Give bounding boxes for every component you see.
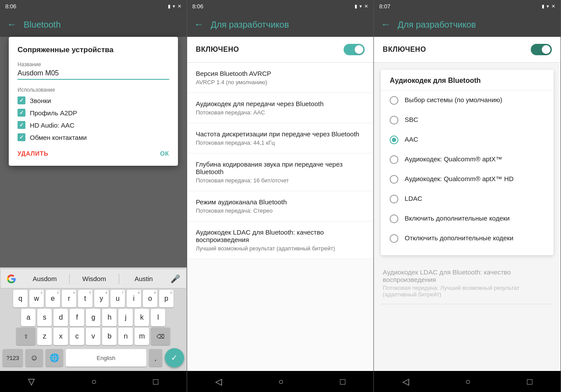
key-f[interactable]: f bbox=[70, 309, 84, 326]
key-o[interactable]: o9 bbox=[143, 290, 157, 307]
key-n[interactable]: n bbox=[118, 328, 133, 345]
checkbox-a2dp[interactable]: Профиль A2DP bbox=[18, 109, 169, 117]
key-r[interactable]: r4 bbox=[62, 290, 76, 307]
checkbox-hd-audio-label: HD Audio: AAC bbox=[30, 121, 75, 129]
top-bar-1: ← Bluetooth bbox=[0, 12, 187, 37]
key-q[interactable]: q bbox=[13, 290, 28, 307]
key-l[interactable]: l bbox=[151, 309, 165, 326]
settings-item-1-sub: Потоковая передача: AAC bbox=[196, 109, 365, 116]
keyboard-bottom-row: ?123 ☺ 🌐 English . ✓ bbox=[1, 346, 186, 369]
key-d[interactable]: d bbox=[53, 309, 68, 326]
radio-item-3[interactable]: Аудиокодек: Qualcomm® aptX™ bbox=[381, 150, 554, 169]
mic-icon[interactable]: 🎤 bbox=[168, 272, 182, 286]
settings-item-1[interactable]: Аудиокодек для передачи через Bluetooth … bbox=[187, 93, 374, 123]
checkbox-hd-audio[interactable]: HD Audio: AAC bbox=[18, 121, 169, 129]
status-icons-3: ▮ ▾ ✕ bbox=[542, 4, 555, 9]
radio-item-2[interactable]: AAC bbox=[381, 130, 554, 150]
key-space[interactable]: English bbox=[66, 349, 146, 367]
status-bar-1: 8:06 ▮ ▾ ✕ bbox=[0, 0, 187, 12]
key-globe[interactable]: 🌐 bbox=[46, 349, 63, 367]
key-c[interactable]: c bbox=[70, 328, 84, 345]
radio-label-6: Включить дополнительные кодеки bbox=[405, 214, 510, 223]
battery-icon-2: ▮ bbox=[355, 4, 357, 9]
key-j[interactable]: j bbox=[118, 309, 133, 326]
settings-item-2-title: Частота дискретизации при передаче через… bbox=[196, 130, 365, 138]
settings-item-2[interactable]: Частота дискретизации при передаче через… bbox=[187, 123, 374, 153]
dialog-actions: УДАЛИТЬ ОК bbox=[18, 150, 169, 157]
key-m[interactable]: m bbox=[135, 328, 149, 345]
key-delete[interactable]: ⌫ bbox=[151, 328, 170, 345]
ok-button[interactable]: ОК bbox=[160, 150, 169, 157]
radio-item-7[interactable]: Отключить дополнительные кодеки bbox=[381, 228, 554, 248]
radio-item-1[interactable]: SBC bbox=[381, 110, 554, 130]
nav-back-2[interactable]: ◁ bbox=[215, 376, 222, 387]
keyboard: Ausdom Wisdom Austin 🎤 q w2 e3 r4 t5 y6 … bbox=[0, 267, 187, 371]
key-a[interactable]: a bbox=[21, 309, 36, 326]
p3-bg-sub-0: Потоковая передача: Лучший возможный рез… bbox=[383, 285, 552, 298]
radio-label-5: LDAC bbox=[405, 194, 422, 203]
suggestion-0[interactable]: Ausdom bbox=[21, 273, 68, 284]
key-v[interactable]: v bbox=[86, 328, 100, 345]
nav-back-3[interactable]: ◁ bbox=[402, 376, 409, 387]
key-h[interactable]: h bbox=[102, 309, 117, 326]
page-title-3: Для разработчиков bbox=[398, 20, 476, 30]
key-i[interactable]: i8 bbox=[127, 290, 141, 307]
divider-1 bbox=[69, 274, 70, 284]
nav-home-1[interactable]: ○ bbox=[91, 377, 96, 387]
key-p[interactable]: p0 bbox=[159, 290, 174, 307]
settings-item-3[interactable]: Глубина кодирования звука при передаче ч… bbox=[187, 153, 374, 191]
radio-label-0: Выбор системы (по умолчанию) bbox=[405, 96, 502, 104]
device-name-input[interactable] bbox=[18, 69, 169, 80]
key-b[interactable]: b bbox=[102, 328, 117, 345]
key-y[interactable]: y6 bbox=[94, 290, 109, 307]
key-w[interactable]: w2 bbox=[29, 290, 44, 307]
key-k[interactable]: k bbox=[135, 309, 149, 326]
key-u[interactable]: u7 bbox=[110, 290, 125, 307]
nav-back-1[interactable]: ▽ bbox=[28, 376, 35, 387]
suggestion-2[interactable]: Austin bbox=[120, 273, 167, 284]
radio-circle-1 bbox=[390, 116, 398, 125]
radio-item-4[interactable]: Аудиокодек: Qualcomm® aptX™ HD bbox=[381, 169, 554, 189]
suggestion-1[interactable]: Wisdom bbox=[71, 273, 118, 284]
signal-icon-3: ▾ bbox=[547, 4, 549, 9]
dev-toggle-row: ВКЛЮЧЕНО bbox=[187, 37, 374, 63]
key-s[interactable]: s bbox=[37, 309, 52, 326]
key-t[interactable]: t5 bbox=[78, 290, 92, 307]
nav-home-3[interactable]: ○ bbox=[465, 377, 471, 387]
delete-button[interactable]: УДАЛИТЬ bbox=[18, 150, 48, 157]
nav-recent-3[interactable]: □ bbox=[527, 377, 533, 387]
settings-item-4[interactable]: Режим аудиоканала Bluetooth Потоковая пе… bbox=[187, 191, 374, 221]
key-g[interactable]: g bbox=[86, 309, 100, 326]
key-enter[interactable]: ✓ bbox=[165, 348, 184, 367]
radio-label-7: Отключить дополнительные кодеки bbox=[405, 234, 513, 242]
nav-recent-1[interactable]: □ bbox=[153, 377, 158, 387]
back-button-3[interactable]: ← bbox=[381, 19, 391, 30]
back-button-2[interactable]: ← bbox=[194, 19, 204, 30]
checkbox-calls[interactable]: Звонки bbox=[18, 96, 169, 104]
key-x[interactable]: x bbox=[53, 328, 68, 345]
checkbox-contacts[interactable]: Обмен контактами bbox=[18, 133, 169, 141]
toggle-switch-3[interactable] bbox=[531, 44, 552, 55]
nav-recent-2[interactable]: □ bbox=[340, 377, 345, 387]
signal-icon-2: ▾ bbox=[359, 4, 362, 9]
key-z[interactable]: z bbox=[37, 328, 52, 345]
nav-home-2[interactable]: ○ bbox=[278, 377, 284, 387]
checkbox-contacts-label: Обмен контактами bbox=[30, 134, 87, 141]
key-emoji[interactable]: ☺ bbox=[25, 349, 43, 367]
settings-item-0-sub: AVRCP 1.4 (по умолчанию) bbox=[196, 79, 365, 86]
signal-x-icon-2: ✕ bbox=[364, 4, 368, 9]
codec-dialog-title: Аудиокодек для Bluetooth bbox=[381, 77, 554, 90]
p3-bg-content: Аудиокодек LDAC для Bluetooth: качество … bbox=[374, 262, 561, 304]
key-e[interactable]: e3 bbox=[46, 290, 60, 307]
settings-item-5[interactable]: Аудиокодек LDAC для Bluetooth: качество … bbox=[187, 221, 374, 259]
key-123[interactable]: ?123 bbox=[3, 349, 23, 367]
key-dot[interactable]: . bbox=[149, 349, 162, 367]
toggle-switch-2[interactable] bbox=[344, 44, 365, 55]
settings-item-1-title: Аудиокодек для передачи через Bluetooth bbox=[196, 100, 365, 107]
back-button-1[interactable]: ← bbox=[7, 19, 17, 30]
settings-item-0[interactable]: Версия Bluetooth AVRCP AVRCP 1.4 (по умо… bbox=[187, 63, 374, 93]
radio-item-6[interactable]: Включить дополнительные кодеки bbox=[381, 209, 554, 228]
radio-item-0[interactable]: Выбор системы (по умолчанию) bbox=[381, 90, 554, 110]
radio-item-5[interactable]: LDAC bbox=[381, 189, 554, 209]
key-shift[interactable]: ⇧ bbox=[16, 328, 36, 345]
